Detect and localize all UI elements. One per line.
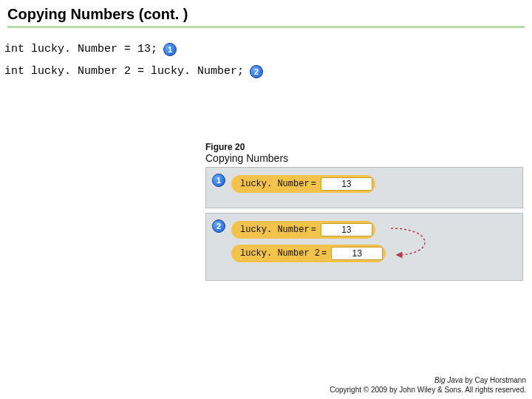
eq-1: = bbox=[311, 179, 316, 189]
var-pill-2b: lucky. Number 2 = 13 bbox=[231, 245, 386, 262]
footer: Big Java by Cay Horstmann Copyright © 20… bbox=[330, 375, 526, 395]
eq-2b: = bbox=[321, 248, 327, 259]
panel-badge-1: 1 bbox=[212, 174, 225, 187]
footer-book-title: Big Java bbox=[434, 376, 463, 384]
var-name-1: lucky. Number bbox=[240, 179, 310, 189]
figure-label: Figure 20 bbox=[205, 142, 523, 152]
panel-badge-2: 2 bbox=[212, 219, 225, 233]
title-rule bbox=[7, 26, 525, 28]
var-name-2b: lucky. Number 2 bbox=[240, 248, 320, 259]
figure-panel-2: 2 lucky. Number = 13 lucky. Number 2 = 1… bbox=[205, 213, 523, 281]
var-pill-1: lucky. Number = 13 bbox=[231, 175, 375, 193]
var-pill-2a: lucky. Number = 13 bbox=[231, 221, 375, 239]
page-title: Copying Numbers (cont. ) bbox=[7, 6, 525, 23]
var-name-2a: lucky. Number bbox=[240, 225, 310, 235]
var-value-1: 13 bbox=[321, 177, 372, 191]
footer-copyright: Copyright © 2009 by John Wiley & Sons. A… bbox=[330, 385, 526, 395]
code-text-2: int lucky. Number 2 = lucky. Number; bbox=[4, 61, 244, 83]
code-block: int lucky. Number = 13; 1 int lucky. Num… bbox=[0, 31, 532, 83]
code-line-2: int lucky. Number 2 = lucky. Number; 2 bbox=[4, 61, 525, 83]
eq-2a: = bbox=[311, 225, 316, 235]
step-badge-1-inline: 1 bbox=[163, 43, 177, 56]
footer-author: by Cay Horstmann bbox=[463, 376, 526, 384]
var-value-2b: 13 bbox=[331, 247, 383, 260]
footer-line-1: Big Java by Cay Horstmann bbox=[330, 375, 526, 385]
step-badge-2-inline: 2 bbox=[250, 65, 263, 78]
figure-20: Figure 20 Copying Numbers 1 lucky. Numbe… bbox=[205, 142, 523, 285]
figure-panel-1: 1 lucky. Number = 13 bbox=[205, 167, 523, 208]
code-line-1: int lucky. Number = 13; 1 bbox=[4, 38, 525, 61]
title-area: Copying Numbers (cont. ) bbox=[0, 0, 532, 31]
var-value-2a: 13 bbox=[321, 223, 372, 236]
figure-caption: Copying Numbers bbox=[205, 152, 523, 164]
code-text-1: int lucky. Number = 13; bbox=[4, 38, 157, 61]
